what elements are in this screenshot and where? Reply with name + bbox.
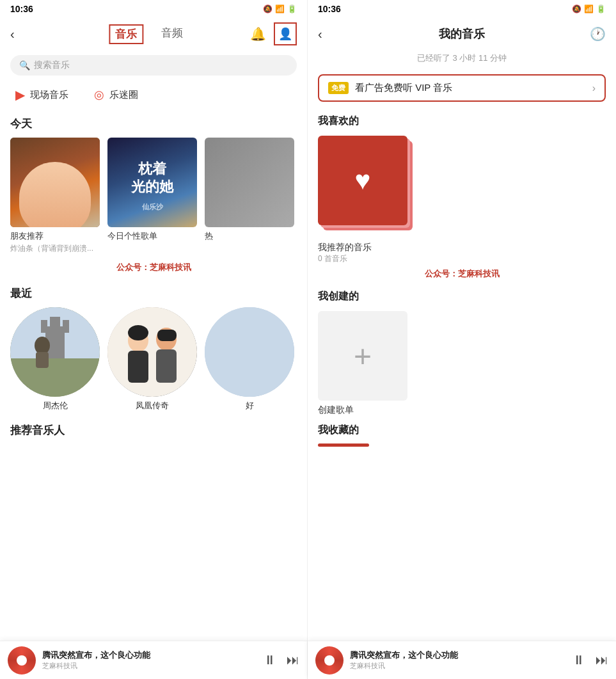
right-player-controls: ⏸ ⏭ [573, 653, 608, 667]
artist-card-1[interactable]: 周杰伦 [10, 307, 100, 411]
right-player-info: 腾讯突然宣布，这个良心功能 芝麻科技讯 [350, 650, 566, 671]
favorites-section-title: 我喜欢的 [308, 109, 616, 132]
create-card[interactable]: + 创建歌单 [318, 311, 606, 416]
svg-rect-1 [10, 358, 100, 397]
right-signal-icon: 🔕 [572, 4, 581, 13]
favorites-card[interactable]: ♥ 我推荐的音乐 0 首音乐 [318, 136, 606, 264]
right-bottom-player[interactable]: 腾讯突然宣布，这个良心功能 芝麻科技讯 ⏸ ⏭ [308, 641, 616, 679]
created-section-title: 我创建的 [308, 285, 616, 307]
right-battery-icon: 🔋 [596, 4, 606, 13]
right-next-button[interactable]: ⏭ [596, 653, 608, 667]
user-icon: 👤 [278, 27, 292, 41]
left-back-button[interactable]: ‹ [10, 27, 15, 42]
right-status-bar: 10:36 🔕 📶 🔋 [308, 0, 616, 18]
today-card-2-image: 枕着光的她 仙乐沙 [107, 138, 197, 227]
create-label: 创建歌单 [318, 404, 606, 416]
night-card-text: 枕着光的她 [125, 154, 180, 203]
left-pause-button[interactable]: ⏸ [264, 653, 276, 667]
vip-badge: 免费 [328, 82, 349, 94]
svg-rect-13 [156, 349, 177, 383]
artist-2-svg [107, 307, 197, 397]
right-back-button[interactable]: ‹ [318, 27, 322, 42]
landscape-inner [10, 307, 100, 397]
svg-point-14 [128, 325, 148, 340]
night-card-sub: 仙乐沙 [142, 203, 163, 211]
vip-banner[interactable]: 免费 看广告免费听 VIP 音乐 › [318, 74, 606, 102]
quick-link-fans-label: 乐迷圈 [109, 89, 138, 101]
right-status-time: 10:36 [318, 4, 341, 14]
today-card-3-image [205, 138, 294, 227]
right-player-disc-inner [324, 655, 335, 666]
artist-3-name: 好 [205, 400, 294, 411]
today-card-2[interactable]: 枕着光的她 仙乐沙 今日个性歌单 [107, 138, 197, 254]
bell-icon[interactable]: 🔔 [250, 26, 266, 42]
left-scroll-area[interactable]: 今天 朋友推荐 炸油条（背诵背到崩溃... 枕着光的她 仙乐沙 [0, 109, 307, 679]
right-status-icons: 🔕 📶 🔋 [572, 4, 606, 13]
play-circle-icon: ▶ [15, 87, 25, 102]
svg-rect-5 [63, 320, 69, 333]
left-panel: 10:36 🔕 📶 🔋 ‹ 音乐 音频 🔔 👤 🔍 搜索音乐 ▶ 现场音乐 [0, 0, 308, 679]
right-nav-title: 我的音乐 [439, 26, 485, 42]
left-status-bar: 10:36 🔕 📶 🔋 [0, 0, 307, 18]
quick-link-live[interactable]: ▶ 现场音乐 [15, 87, 68, 102]
person-silhouette [10, 138, 100, 227]
artist-2-name: 凤凰传奇 [107, 400, 197, 411]
left-nav-right: 🔔 👤 [250, 22, 297, 45]
left-player-controls: ⏸ ⏭ [264, 653, 299, 667]
wifi-icon: 📶 [275, 4, 285, 13]
search-input[interactable]: 搜索音乐 [34, 60, 70, 71]
today-card-2-title: 今日个性歌单 [107, 230, 197, 242]
collection-bar [318, 443, 369, 447]
artist-1-name: 周杰伦 [10, 400, 100, 411]
quick-link-live-label: 现场音乐 [30, 89, 68, 101]
left-watermark: 公众号：芝麻科技讯 [0, 259, 307, 278]
right-nav-bar: ‹ 我的音乐 🕐 [308, 18, 616, 50]
today-cards-row: 朋友推荐 炸油条（背诵背到崩溃... 枕着光的她 仙乐沙 今日个性歌单 热 [0, 135, 307, 259]
right-scroll-area[interactable]: 免费 看广告免费听 VIP 音乐 › 我喜欢的 ♥ 我推荐的音乐 0 首音乐 公… [308, 70, 616, 679]
right-clock-button[interactable]: 🕐 [590, 26, 606, 42]
vip-text: 看广告免费听 VIP 音乐 [355, 82, 592, 94]
right-player-disc [315, 646, 344, 675]
left-player-sub: 芝麻科技讯 [42, 661, 257, 671]
artist-card-1-image [10, 307, 100, 397]
left-nav-tabs: 音乐 音频 [109, 24, 183, 44]
artist-card-2[interactable]: 凤凰传奇 [107, 307, 197, 411]
today-section-title: 今天 [0, 109, 307, 135]
artist-1-svg [10, 307, 100, 397]
battery-icon: 🔋 [287, 4, 297, 13]
svg-rect-4 [41, 320, 47, 333]
create-plus-icon: + [354, 339, 372, 374]
artist-card-2-image [107, 307, 197, 397]
artist-card-3-image [205, 307, 294, 397]
artist-3-svg [205, 307, 294, 397]
left-bottom-player[interactable]: 腾讯突然宣布，这个良心功能 芝麻科技讯 ⏸ ⏭ [0, 641, 307, 679]
today-card-3-title: 热 [205, 230, 294, 242]
tab-audio[interactable]: 音频 [161, 26, 183, 43]
left-status-icons: 🔕 📶 🔋 [263, 4, 297, 13]
right-player-title: 腾讯突然宣布，这个良心功能 [350, 650, 566, 661]
right-pause-button[interactable]: ⏸ [573, 653, 585, 667]
recent-artists-row: 周杰伦 [0, 305, 307, 417]
player-info: 腾讯突然宣布，这个良心功能 芝麻科技讯 [42, 650, 257, 671]
artist-card-3[interactable]: 好 [205, 307, 294, 411]
left-next-button[interactable]: ⏭ [287, 653, 299, 667]
today-card-3[interactable]: 热 [205, 138, 294, 254]
today-card-1-sub: 炸油条（背诵背到崩溃... [10, 243, 100, 254]
left-player-title: 腾讯突然宣布，这个良心功能 [42, 650, 257, 661]
recent-section-title: 最近 [0, 278, 307, 305]
svg-rect-15 [157, 330, 177, 341]
fav-heart-icon: ♥ [355, 165, 371, 196]
svg-rect-11 [128, 351, 148, 383]
user-icon-box[interactable]: 👤 [274, 22, 297, 45]
person-face [19, 162, 91, 227]
listen-time: 已经听了 3 小时 11 分钟 [308, 50, 616, 70]
quick-link-fans[interactable]: ◎ 乐迷圈 [94, 88, 138, 102]
fav-front: ♥ [318, 136, 407, 225]
tab-music[interactable]: 音乐 [109, 24, 143, 44]
fans-icon: ◎ [94, 88, 104, 102]
couple-inner [107, 307, 197, 397]
search-bar[interactable]: 🔍 搜索音乐 [10, 55, 297, 76]
svg-rect-9 [107, 307, 197, 397]
right-watermark: 公众号：芝麻科技讯 [308, 267, 616, 285]
today-card-1[interactable]: 朋友推荐 炸油条（背诵背到崩溃... [10, 138, 100, 254]
